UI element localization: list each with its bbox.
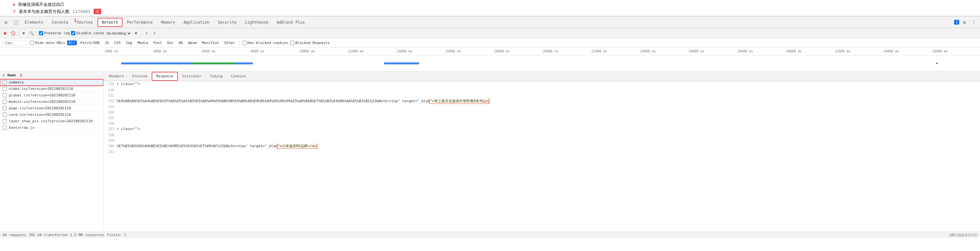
export-icon[interactable]: ⬇ [151,30,158,36]
tab-adblock[interactable]: Adblock Plus [273,18,309,27]
file-item-card-css[interactable]: card.css?version=202108202110 [0,112,103,118]
clear-button[interactable]: 🚫 [10,30,16,36]
timeline-labels: 2000 ms4000 ms6000 ms8000 ms10000 ms1200… [0,49,980,53]
throttle-dropdown-icon[interactable]: ▼ [133,30,139,36]
bullet-icon: ● [13,3,15,6]
file-item-global-css[interactable]: global.css?version=202108202110 [0,92,103,99]
status-bar: 60 requests 702 kB transferred 1.5 MB re… [0,232,980,238]
devtools-tab-bar: ⊡ ⬜ Elements Console Sources Network Per… [0,16,980,28]
throttle-select[interactable]: No throttling [106,31,132,36]
resp-tab-headers[interactable]: Headers [105,72,128,81]
page-content-item-1: ● 孙俪说演戏不会放过自己 [13,2,967,8]
filter-type-js[interactable]: JS [103,40,110,45]
filter-type-img[interactable]: Img [124,40,134,45]
file-item-summary[interactable]: summary [0,79,103,86]
response-line-132: 132 %E4%B8%8A%E5%A4%8D%E6%97%A6%E5%A5%B3… [104,98,980,104]
tab-lighthouse[interactable]: Lighthouse [241,18,272,27]
response-line-136: 136 [104,121,980,126]
badge-counter[interactable]: 1 [954,20,959,25]
filter-type-manifest[interactable]: Manifest [200,40,221,45]
file-item-module-css[interactable]: module.css?version=202108202110 [0,99,103,105]
watermark: @稀土掘金技术社区 [950,233,977,237]
filter-type-all[interactable]: All [67,40,77,45]
file-name-global-css: global.css?version=202108202110 [9,93,101,97]
status-requests: 60 requests [3,233,26,237]
file-list-header: × Name 2 [0,71,103,79]
response-line-134: 134 [104,110,980,115]
preserve-log-checkbox[interactable]: Preserve log [39,31,70,35]
timeline-label: 6000 ms [201,49,250,53]
file-checkbox-module-css[interactable] [3,99,7,104]
timeline-label: 28000 ms [737,49,785,53]
file-checkbox-card-css[interactable] [3,112,7,117]
response-line-140: 140 %E7%B1%B3%E6%94%BE%E5%BC%83MI%E5%93%… [104,143,980,150]
tab-console[interactable]: Console [48,18,72,27]
timeline-label: 16000 ms [445,49,493,53]
more-icon[interactable]: ⋮ [970,18,979,27]
import-icon[interactable]: ⬆ [143,30,150,36]
filter-type-fetch[interactable]: Fetch/XHR [79,40,102,45]
file-item-bootstrap-js[interactable]: bootstrap.js [0,125,103,131]
has-blocked-cookies-checkbox[interactable]: Has blocked cookies [242,41,288,45]
file-item-layer-css[interactable]: layer_show_pic.css?version=202108202110 [0,118,103,125]
filter-icon[interactable]: ▼ [21,30,27,36]
response-tab-bar: Headers Preview Response Initiator Timin… [104,71,980,81]
status-finish: Finish: 1 [107,233,126,237]
record-button[interactable]: ⏺ [2,30,8,36]
device-icon[interactable]: ⬜ [11,18,20,27]
resp-tab-response[interactable]: Response [152,72,178,81]
tab-security[interactable]: Security [214,18,240,27]
inspect-icon[interactable]: ⊡ [1,18,10,27]
timeline-label: 2000 ms [104,49,152,53]
disable-cache-checkbox[interactable]: Disable cache [71,31,104,35]
network-toolbar: ⏺ 🚫 ▼ 🔍 Preserve log Disable cache No th… [0,28,980,38]
tab-performance[interactable]: Performance [123,18,156,27]
file-checkbox-bootstrap-js[interactable] [3,125,7,130]
filter-type-ws[interactable]: WS [177,40,185,45]
response-panel: Headers Preview Response Initiator Timin… [104,71,980,232]
annotation-1: 1 [74,18,76,23]
separator-1 [18,31,19,36]
file-item-page-css[interactable]: page.css?version=202108202110 [0,105,103,112]
filter-type-other[interactable]: Other [223,40,237,45]
timeline-label: 10000 ms [299,49,347,53]
waterfall-dot [936,63,937,64]
filter-type-doc[interactable]: Doc [165,40,175,45]
settings-icon[interactable]: ⚙ [960,18,969,27]
file-checkbox-page-css[interactable] [3,106,7,110]
resp-tab-timing[interactable]: Timing [206,72,226,81]
filter-type-media[interactable]: Media [136,40,150,45]
tab-elements[interactable]: Elements [21,18,47,27]
blocked-requests-checkbox[interactable]: Blocked Requests [290,41,329,45]
response-line-135: 135 [104,115,980,121]
file-checkbox-summary[interactable] [3,80,7,84]
tab-memory[interactable]: Memory [157,18,179,27]
filter-type-css[interactable]: CSS [113,40,122,45]
file-list-panel: × Name 2 summary video.css?version=20210… [0,71,104,232]
filter-type-wasm[interactable]: Wasm [187,40,199,45]
tab-network[interactable]: Network [97,18,123,27]
resp-tab-initiator[interactable]: Initiator [178,72,205,81]
search-icon[interactable]: 🔍 [28,30,35,36]
tab-application[interactable]: Application [180,18,213,27]
resp-tab-cookies[interactable]: Cookies [227,72,250,81]
file-item-video-css[interactable]: video.css?version=202108202110 [0,86,103,92]
timeline-bar: 2000 ms4000 ms6000 ms8000 ms10000 ms1200… [0,47,980,55]
page-text-2: 喜羊羊与灰太狼官方拟人图 [19,9,69,14]
response-line-133: 133 [104,104,980,110]
response-content: 129 r class=""> 130 131 132 %E4%B8%8A%E5… [104,81,980,232]
timeline-label: 36000 ms [931,49,980,53]
filter-input[interactable] [2,40,28,46]
filter-type-font[interactable]: Font [152,40,164,45]
file-checkbox-video-css[interactable] [3,87,7,91]
waterfall-area [0,55,980,71]
file-checkbox-global-css[interactable] [3,93,7,97]
file-checkbox-layer-css[interactable] [3,119,7,123]
hide-data-urls-checkbox[interactable]: Hide data URLs [30,41,65,45]
timeline-label: 14000 ms [396,49,444,53]
timeline-label: 4000 ms [152,49,201,53]
file-name-summary: summary [9,80,101,84]
item-number: 7 [13,9,16,14]
close-x[interactable]: × [3,73,5,77]
resp-tab-preview[interactable]: Preview [128,72,151,81]
